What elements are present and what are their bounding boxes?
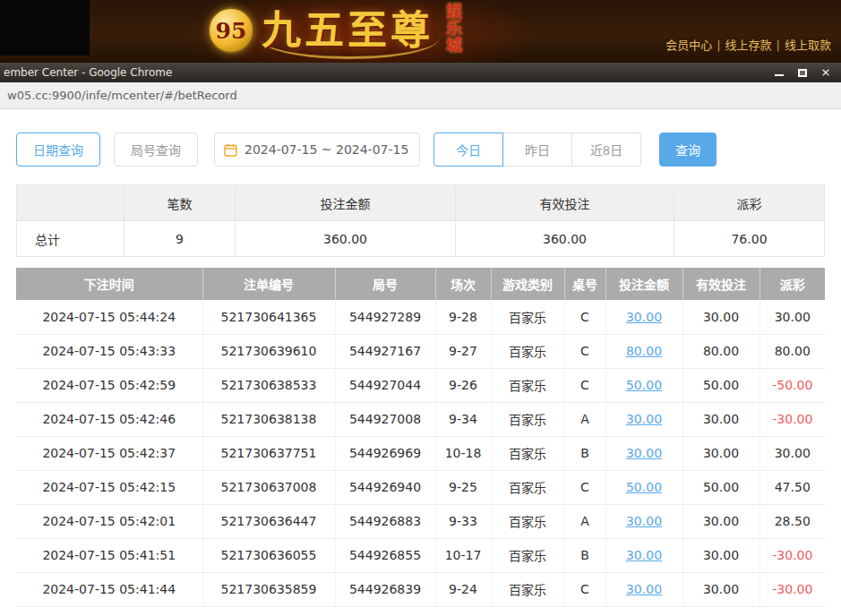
header-round-no: 局号 (335, 268, 435, 300)
cell-bet-time: 2024-07-15 05:44:24 (16, 300, 202, 334)
cell-payout: 30.00 (759, 300, 825, 334)
cell-bet-amount: 30.00 (605, 300, 682, 334)
search-button[interactable]: 查询 (659, 133, 717, 167)
summary-payout-value: 76.00 (674, 221, 825, 257)
bet-amount-link[interactable]: 30.00 (626, 514, 662, 528)
table-row: 2024-07-15 05:42:15 521730637008 5449269… (16, 470, 825, 504)
cell-payout: 47.50 (759, 470, 825, 504)
yesterday-button[interactable]: 昨日 (502, 133, 572, 167)
summary-header-count: 笔数 (124, 185, 236, 221)
last-8-days-button[interactable]: 近8日 (571, 133, 641, 167)
today-button[interactable]: 今日 (433, 133, 503, 167)
header-bet-amount: 投注金额 (605, 268, 682, 300)
cell-payout: -30.00 (759, 402, 825, 436)
cell-game-type: 百家乐 (491, 436, 564, 470)
window-controls: × (773, 67, 832, 78)
cell-order-no: 521730637751 (202, 436, 335, 470)
cell-bet-time: 2024-07-15 05:41:44 (16, 572, 202, 606)
cell-bet-amount: 80.00 (605, 334, 682, 368)
cell-bet-time: 2024-07-15 05:42:01 (16, 504, 202, 538)
round-query-tab[interactable]: 局号查询 (114, 133, 198, 167)
cell-table-no: A (564, 402, 605, 436)
cell-session: 9-25 (435, 470, 491, 504)
cell-session: 10-18 (435, 436, 491, 470)
maximize-icon (798, 69, 807, 77)
header-valid-bet: 有效投注 (682, 268, 759, 300)
cell-table-no: B (564, 436, 605, 470)
cell-bet-time: 2024-07-15 05:42:15 (16, 470, 202, 504)
cell-order-no: 521730635859 (202, 572, 335, 606)
cell-payout: 80.00 (759, 334, 825, 368)
screen: 95 九五至尊 娱乐城 会员中心|线上存款|线上取款 ember Center … (0, 0, 841, 616)
date-query-tab[interactable]: 日期查询 (16, 133, 100, 167)
cell-valid-bet: 30.00 (682, 436, 759, 470)
cell-bet-time: 2024-07-15 05:42:37 (16, 436, 202, 470)
cell-game-type: 百家乐 (491, 402, 564, 436)
cell-round-no: 544926940 (335, 470, 435, 504)
cell-session: 9-28 (435, 300, 491, 334)
cell-bet-amount: 30.00 (605, 572, 682, 606)
summary-count-value: 9 (124, 221, 236, 257)
minimize-button[interactable] (773, 67, 785, 78)
casino-logo: 95 九五至尊 娱乐城 (208, 3, 464, 58)
cell-game-type: 百家乐 (491, 504, 564, 538)
cell-valid-bet: 50.00 (682, 470, 759, 504)
cell-bet-amount: 30.00 (605, 402, 682, 436)
summary-header-valid-bet: 有效投注 (456, 185, 674, 221)
header-order-no: 注单编号 (202, 268, 335, 300)
bet-amount-link[interactable]: 50.00 (626, 480, 662, 494)
summary-total-label: 总计 (17, 221, 124, 257)
close-icon: × (821, 67, 831, 78)
bet-amount-link[interactable]: 30.00 (626, 582, 662, 596)
address-bar[interactable]: w05.cc:9900/infe/mcenter/#/betRecord (0, 82, 841, 109)
window-title: ember Center - Google Chrome (4, 66, 773, 79)
cell-round-no: 544927044 (335, 368, 435, 402)
minimize-icon (775, 74, 784, 76)
bet-amount-link[interactable]: 80.00 (626, 344, 662, 358)
bet-amount-link[interactable]: 30.00 (626, 548, 662, 562)
cell-game-type: 百家乐 (491, 572, 564, 606)
bet-amount-link[interactable]: 50.00 (626, 378, 662, 392)
cell-order-no: 521730636055 (202, 538, 335, 572)
cell-bet-time: 2024-07-15 05:41:51 (16, 538, 202, 572)
bet-amount-link[interactable]: 30.00 (626, 446, 662, 460)
bet-table-body: 2024-07-15 05:44:24 521730641365 5449272… (16, 300, 825, 606)
window-titlebar[interactable]: ember Center - Google Chrome × (0, 63, 841, 82)
cell-round-no: 544927167 (335, 334, 435, 368)
table-row: 2024-07-15 05:43:33 521730639610 5449271… (16, 334, 825, 368)
bet-amount-link[interactable]: 30.00 (626, 310, 662, 324)
cell-session: 9-27 (435, 334, 491, 368)
summary-total-row: 总计 9 360.00 360.00 76.00 (17, 221, 825, 257)
summary-header-row: 笔数 投注金额 有效投注 派彩 (17, 185, 825, 221)
summary-header-bet-amount: 投注金额 (236, 185, 456, 221)
maximize-button[interactable] (796, 67, 809, 78)
cell-bet-time: 2024-07-15 05:43:33 (16, 334, 202, 368)
nav-online-deposit[interactable]: 线上存款 (725, 38, 772, 52)
cell-bet-amount: 30.00 (605, 504, 682, 538)
bet-amount-link[interactable]: 30.00 (626, 412, 662, 426)
header-session: 场次 (435, 268, 491, 300)
cell-order-no: 521730641365 (202, 300, 335, 334)
cell-round-no: 544926839 (335, 572, 435, 606)
cell-session: 9-26 (435, 368, 491, 402)
summary-bet-amount-value: 360.00 (236, 221, 456, 257)
cell-valid-bet: 30.00 (682, 300, 759, 334)
nav-separator: | (777, 38, 780, 52)
casino-banner: 95 九五至尊 娱乐城 会员中心|线上存款|线上取款 (0, 0, 841, 63)
banner-nav: 会员中心|线上存款|线上取款 (661, 36, 836, 53)
close-button[interactable]: × (820, 67, 832, 78)
date-range-value: 2024-07-15 ~ 2024-07-15 (245, 142, 408, 157)
nav-online-withdraw[interactable]: 线上取款 (785, 38, 831, 52)
cell-bet-amount: 50.00 (605, 470, 682, 504)
cell-round-no: 544926855 (335, 538, 435, 572)
cell-game-type: 百家乐 (491, 368, 564, 402)
cell-table-no: C (564, 572, 605, 606)
cell-session: 10-17 (435, 538, 491, 572)
cell-table-no: C (564, 470, 605, 504)
nav-member-center[interactable]: 会员中心 (665, 38, 712, 52)
date-range-input[interactable]: 2024-07-15 ~ 2024-07-15 (214, 133, 420, 167)
cell-table-no: B (564, 538, 605, 572)
cell-table-no: C (564, 300, 605, 334)
cell-order-no: 521730638533 (202, 368, 335, 402)
cell-bet-time: 2024-07-15 05:42:59 (16, 368, 202, 402)
